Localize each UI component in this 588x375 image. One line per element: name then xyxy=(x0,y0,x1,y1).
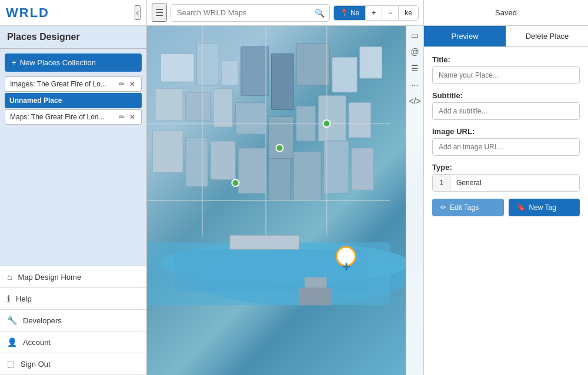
map-toolbar: ☰ 🔍 📍 Ne + − ke xyxy=(147,4,423,22)
footer-nav-label: Sign Out xyxy=(21,360,51,369)
type-number: 1 xyxy=(433,175,450,191)
subtitle-field-group: Subtitle: xyxy=(432,91,580,120)
svg-rect-20 xyxy=(211,141,235,179)
type-label: Type: xyxy=(432,163,580,172)
new-collection-label: New Places Collection xyxy=(20,58,96,67)
type-row: 1 General xyxy=(432,174,580,192)
plus-icon: + xyxy=(12,58,16,67)
sidebar-footer: ⌂ Map Design Home ℹ Help 🔧 Developers 👤 … xyxy=(0,266,146,375)
svg-point-35 xyxy=(323,120,330,127)
nav-pill-minus[interactable]: − xyxy=(382,6,399,20)
svg-rect-8 xyxy=(332,57,357,92)
map-list-button[interactable]: ☰ xyxy=(411,63,419,73)
footer-nav-label: Map Design Home xyxy=(18,273,81,282)
footer-nav-help[interactable]: ℹ Help xyxy=(0,288,146,310)
sidebar-title: Places Designer xyxy=(0,26,146,49)
svg-rect-10 xyxy=(155,89,183,120)
svg-rect-9 xyxy=(360,47,382,78)
collapse-sidebar-button[interactable]: ‹ xyxy=(135,5,141,20)
svg-rect-19 xyxy=(186,138,208,186)
list-item[interactable]: Images: The Great Fire of Lo... ✏ ✕ xyxy=(5,76,142,92)
svg-rect-3 xyxy=(197,43,219,85)
delete-place-button[interactable]: Delete Place xyxy=(506,26,588,46)
map-code-button[interactable]: </> xyxy=(409,96,420,106)
svg-rect-40 xyxy=(230,235,299,249)
new-tag-button[interactable]: 🔖 New Tag xyxy=(509,199,580,216)
preview-button[interactable]: Preview xyxy=(424,26,506,46)
nav-pill-add[interactable]: + xyxy=(366,6,382,20)
svg-point-33 xyxy=(232,179,239,186)
right-panel: Preview Delete Place Title: Subtitle: Im… xyxy=(423,26,588,375)
top-bar: WRLD ‹ ☰ 🔍 📍 Ne + − ke Saved xyxy=(0,0,588,26)
svg-rect-21 xyxy=(238,148,266,193)
help-icon: ℹ xyxy=(7,294,10,303)
right-panel-body: Title: Subtitle: Image URL: Type: 1 Gene… xyxy=(424,47,588,375)
logo-area: WRLD ‹ xyxy=(0,0,147,25)
image-url-input[interactable] xyxy=(432,138,580,156)
left-sidebar: Places Designer + New Places Collection … xyxy=(0,26,147,375)
map-area[interactable]: ✛ ▭ @ ☰ ··· </> xyxy=(147,26,423,375)
svg-rect-23 xyxy=(293,152,321,200)
map-nav-pills: 📍 Ne + − ke xyxy=(333,5,419,21)
image-url-field-group: Image URL: xyxy=(432,127,580,156)
developers-icon: 🔧 xyxy=(7,316,17,325)
logo: WRLD xyxy=(6,5,49,21)
search-input[interactable] xyxy=(171,5,310,21)
list-item[interactable]: Maps: The Great Fire of Lon... ✏ ✕ xyxy=(5,109,142,125)
map-more-button[interactable]: ··· xyxy=(412,80,419,89)
close-collection-button[interactable]: ✕ xyxy=(128,80,136,88)
sign-out-icon: ⬚ xyxy=(7,359,15,369)
svg-rect-36 xyxy=(299,288,332,306)
svg-rect-12 xyxy=(213,89,233,127)
sidebar-body: + New Places Collection Images: The Grea… xyxy=(0,49,146,266)
edit-collection-button[interactable]: ✏ xyxy=(118,113,126,121)
svg-rect-4 xyxy=(222,61,238,85)
list-item[interactable]: Unnamed Place xyxy=(5,93,142,108)
saved-status: Saved xyxy=(423,0,588,25)
edit-tags-label: Edit Tags xyxy=(450,203,479,212)
svg-rect-16 xyxy=(318,96,346,141)
svg-rect-11 xyxy=(186,92,211,120)
new-places-collection-button[interactable]: + New Places Collection xyxy=(5,53,142,72)
close-collection-button[interactable]: ✕ xyxy=(128,113,136,121)
search-button[interactable]: 🔍 xyxy=(310,5,329,21)
nav-pill-arrow[interactable]: ke xyxy=(399,6,418,20)
menu-icon-button[interactable]: ☰ xyxy=(152,4,167,22)
svg-rect-14 xyxy=(269,116,293,158)
footer-nav-map-design-home[interactable]: ⌂ Map Design Home xyxy=(0,266,146,288)
svg-rect-17 xyxy=(349,103,371,138)
svg-rect-24 xyxy=(324,141,349,193)
svg-rect-13 xyxy=(235,103,266,134)
subtitle-label: Subtitle: xyxy=(432,91,580,100)
footer-nav-sign-out[interactable]: ⬚ Sign Out xyxy=(0,353,146,375)
svg-rect-6 xyxy=(272,54,294,110)
svg-point-34 xyxy=(276,145,283,152)
edit-tags-button[interactable]: ✏ Edit Tags xyxy=(432,199,504,216)
home-icon: ⌂ xyxy=(7,272,12,282)
map-side-controls: ▭ @ ☰ ··· </> xyxy=(406,26,423,375)
collection-item-text: Maps: The Great Fire of Lon... xyxy=(10,113,118,121)
type-value: General xyxy=(450,175,579,191)
nav-pill-location[interactable]: 📍 Ne xyxy=(334,6,366,20)
map-fullscreen-button[interactable]: ▭ xyxy=(411,31,419,40)
tag-actions: ✏ Edit Tags 🔖 New Tag xyxy=(432,199,580,216)
svg-text:✛: ✛ xyxy=(342,262,350,272)
svg-rect-18 xyxy=(152,130,183,172)
footer-nav-developers[interactable]: 🔧 Developers xyxy=(0,310,146,332)
new-tag-label: New Tag xyxy=(529,203,556,212)
edit-collection-button[interactable]: ✏ xyxy=(118,80,126,88)
edit-tags-icon: ✏ xyxy=(440,203,446,212)
map-at-button[interactable]: @ xyxy=(410,47,419,56)
footer-nav-label: Help xyxy=(16,294,32,303)
map-svg: ✛ xyxy=(147,26,423,375)
svg-rect-2 xyxy=(161,54,194,82)
right-panel-actions: Preview Delete Place xyxy=(424,26,588,47)
svg-rect-5 xyxy=(241,47,269,96)
account-icon: 👤 xyxy=(7,337,17,347)
svg-rect-7 xyxy=(296,43,329,85)
svg-rect-22 xyxy=(269,159,291,200)
subtitle-input[interactable] xyxy=(432,102,580,120)
svg-rect-25 xyxy=(352,148,374,190)
footer-nav-account[interactable]: 👤 Account xyxy=(0,332,146,353)
title-input[interactable] xyxy=(432,66,580,84)
